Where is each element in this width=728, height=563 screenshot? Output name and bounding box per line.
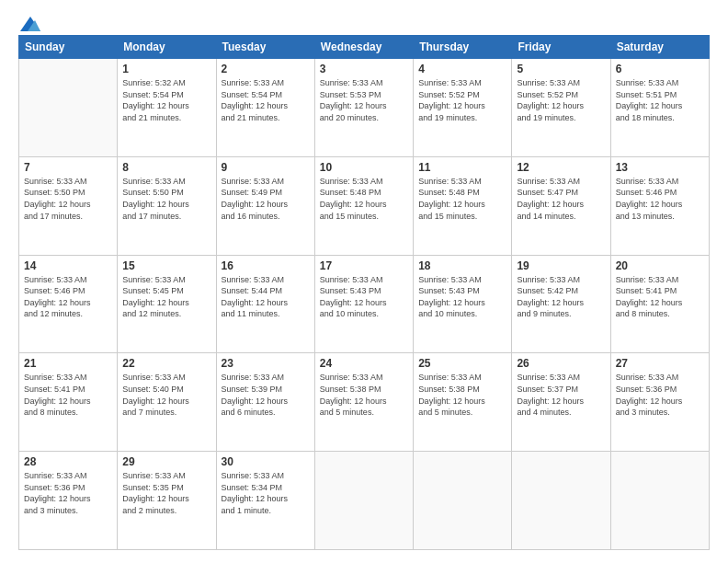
col-sunday: Sunday xyxy=(19,36,118,59)
header xyxy=(18,17,710,31)
day-number: 13 xyxy=(616,161,704,174)
day-number: 28 xyxy=(24,455,112,468)
week-row: 28Sunrise: 5:33 AM Sunset: 5:36 PM Dayli… xyxy=(19,452,710,550)
day-info: Sunrise: 5:33 AM Sunset: 5:45 PM Dayligh… xyxy=(122,274,210,320)
day-number: 6 xyxy=(616,63,704,75)
day-number: 18 xyxy=(418,259,506,272)
day-info: Sunrise: 5:33 AM Sunset: 5:43 PM Dayligh… xyxy=(320,274,408,320)
day-info: Sunrise: 5:33 AM Sunset: 5:46 PM Dayligh… xyxy=(616,176,704,222)
table-row: 12Sunrise: 5:33 AM Sunset: 5:47 PM Dayli… xyxy=(512,156,610,255)
day-number: 25 xyxy=(418,357,506,370)
day-info: Sunrise: 5:33 AM Sunset: 5:43 PM Dayligh… xyxy=(418,274,506,320)
day-number: 5 xyxy=(517,63,605,75)
table-row: 27Sunrise: 5:33 AM Sunset: 5:36 PM Dayli… xyxy=(610,353,709,452)
day-info: Sunrise: 5:33 AM Sunset: 5:34 PM Dayligh… xyxy=(222,470,310,516)
day-number: 14 xyxy=(24,259,112,272)
day-info: Sunrise: 5:33 AM Sunset: 5:36 PM Dayligh… xyxy=(616,372,704,418)
table-row: 30Sunrise: 5:33 AM Sunset: 5:34 PM Dayli… xyxy=(216,452,314,550)
table-row: 6Sunrise: 5:33 AM Sunset: 5:51 PM Daylig… xyxy=(610,59,709,157)
table-row: 10Sunrise: 5:33 AM Sunset: 5:48 PM Dayli… xyxy=(314,156,413,255)
day-number: 3 xyxy=(320,63,408,75)
day-info: Sunrise: 5:33 AM Sunset: 5:50 PM Dayligh… xyxy=(122,176,210,222)
table-row: 7Sunrise: 5:33 AM Sunset: 5:50 PM Daylig… xyxy=(19,156,118,255)
day-number: 15 xyxy=(122,259,210,272)
day-info: Sunrise: 5:33 AM Sunset: 5:54 PM Dayligh… xyxy=(222,77,310,123)
col-thursday: Thursday xyxy=(414,36,512,59)
col-saturday: Saturday xyxy=(610,36,709,59)
calendar-header: Sunday Monday Tuesday Wednesday Thursday… xyxy=(19,36,710,59)
day-info: Sunrise: 5:33 AM Sunset: 5:35 PM Dayligh… xyxy=(122,470,210,516)
logo xyxy=(18,17,40,31)
day-info: Sunrise: 5:33 AM Sunset: 5:39 PM Dayligh… xyxy=(222,372,310,418)
day-number: 16 xyxy=(222,259,310,272)
day-number: 30 xyxy=(222,455,310,468)
table-row: 1Sunrise: 5:32 AM Sunset: 5:54 PM Daylig… xyxy=(118,59,216,157)
table-row xyxy=(512,452,610,550)
table-row: 28Sunrise: 5:33 AM Sunset: 5:36 PM Dayli… xyxy=(19,452,118,550)
day-number: 4 xyxy=(418,63,506,75)
day-info: Sunrise: 5:33 AM Sunset: 5:52 PM Dayligh… xyxy=(418,77,506,123)
table-row: 23Sunrise: 5:33 AM Sunset: 5:39 PM Dayli… xyxy=(216,353,314,452)
day-number: 2 xyxy=(222,63,310,75)
col-wednesday: Wednesday xyxy=(314,36,413,59)
day-info: Sunrise: 5:33 AM Sunset: 5:38 PM Dayligh… xyxy=(418,372,506,418)
col-friday: Friday xyxy=(512,36,610,59)
calendar-table: Sunday Monday Tuesday Wednesday Thursday… xyxy=(18,35,710,550)
day-number: 19 xyxy=(517,259,605,272)
day-info: Sunrise: 5:33 AM Sunset: 5:53 PM Dayligh… xyxy=(320,77,408,123)
day-info: Sunrise: 5:33 AM Sunset: 5:52 PM Dayligh… xyxy=(517,77,605,123)
table-row: 2Sunrise: 5:33 AM Sunset: 5:54 PM Daylig… xyxy=(216,59,314,157)
table-row xyxy=(610,452,709,550)
day-number: 10 xyxy=(320,161,408,174)
table-row: 4Sunrise: 5:33 AM Sunset: 5:52 PM Daylig… xyxy=(414,59,512,157)
day-number: 27 xyxy=(616,357,704,370)
table-row: 8Sunrise: 5:33 AM Sunset: 5:50 PM Daylig… xyxy=(118,156,216,255)
table-row: 26Sunrise: 5:33 AM Sunset: 5:37 PM Dayli… xyxy=(512,353,610,452)
col-monday: Monday xyxy=(118,36,216,59)
table-row: 17Sunrise: 5:33 AM Sunset: 5:43 PM Dayli… xyxy=(314,255,413,353)
table-row: 20Sunrise: 5:33 AM Sunset: 5:41 PM Dayli… xyxy=(610,255,709,353)
day-number: 7 xyxy=(24,161,112,174)
day-number: 9 xyxy=(222,161,310,174)
day-number: 21 xyxy=(24,357,112,370)
table-row xyxy=(414,452,512,550)
table-row: 29Sunrise: 5:33 AM Sunset: 5:35 PM Dayli… xyxy=(118,452,216,550)
table-row: 22Sunrise: 5:33 AM Sunset: 5:40 PM Dayli… xyxy=(118,353,216,452)
day-number: 29 xyxy=(122,455,210,468)
day-info: Sunrise: 5:32 AM Sunset: 5:54 PM Dayligh… xyxy=(122,77,210,123)
calendar-body: 1Sunrise: 5:32 AM Sunset: 5:54 PM Daylig… xyxy=(19,59,710,550)
day-info: Sunrise: 5:33 AM Sunset: 5:46 PM Dayligh… xyxy=(24,274,112,320)
day-info: Sunrise: 5:33 AM Sunset: 5:41 PM Dayligh… xyxy=(24,372,112,418)
logo-icon xyxy=(20,17,40,31)
table-row: 9Sunrise: 5:33 AM Sunset: 5:49 PM Daylig… xyxy=(216,156,314,255)
week-row: 7Sunrise: 5:33 AM Sunset: 5:50 PM Daylig… xyxy=(19,156,710,255)
day-info: Sunrise: 5:33 AM Sunset: 5:47 PM Dayligh… xyxy=(517,176,605,222)
table-row: 13Sunrise: 5:33 AM Sunset: 5:46 PM Dayli… xyxy=(610,156,709,255)
table-row: 5Sunrise: 5:33 AM Sunset: 5:52 PM Daylig… xyxy=(512,59,610,157)
week-row: 1Sunrise: 5:32 AM Sunset: 5:54 PM Daylig… xyxy=(19,59,710,157)
table-row xyxy=(314,452,413,550)
day-number: 24 xyxy=(320,357,408,370)
day-info: Sunrise: 5:33 AM Sunset: 5:41 PM Dayligh… xyxy=(616,274,704,320)
page: Sunday Monday Tuesday Wednesday Thursday… xyxy=(0,0,728,563)
day-info: Sunrise: 5:33 AM Sunset: 5:40 PM Dayligh… xyxy=(122,372,210,418)
header-row: Sunday Monday Tuesday Wednesday Thursday… xyxy=(19,36,710,59)
day-number: 20 xyxy=(616,259,704,272)
table-row xyxy=(19,59,118,157)
table-row: 18Sunrise: 5:33 AM Sunset: 5:43 PM Dayli… xyxy=(414,255,512,353)
table-row: 11Sunrise: 5:33 AM Sunset: 5:48 PM Dayli… xyxy=(414,156,512,255)
table-row: 19Sunrise: 5:33 AM Sunset: 5:42 PM Dayli… xyxy=(512,255,610,353)
day-info: Sunrise: 5:33 AM Sunset: 5:51 PM Dayligh… xyxy=(616,77,704,123)
day-info: Sunrise: 5:33 AM Sunset: 5:44 PM Dayligh… xyxy=(222,274,310,320)
day-info: Sunrise: 5:33 AM Sunset: 5:42 PM Dayligh… xyxy=(517,274,605,320)
table-row: 15Sunrise: 5:33 AM Sunset: 5:45 PM Dayli… xyxy=(118,255,216,353)
day-number: 12 xyxy=(517,161,605,174)
week-row: 21Sunrise: 5:33 AM Sunset: 5:41 PM Dayli… xyxy=(19,353,710,452)
day-info: Sunrise: 5:33 AM Sunset: 5:38 PM Dayligh… xyxy=(320,372,408,418)
day-number: 8 xyxy=(122,161,210,174)
day-number: 11 xyxy=(418,161,506,174)
day-number: 22 xyxy=(122,357,210,370)
day-info: Sunrise: 5:33 AM Sunset: 5:36 PM Dayligh… xyxy=(24,470,112,516)
table-row: 24Sunrise: 5:33 AM Sunset: 5:38 PM Dayli… xyxy=(314,353,413,452)
day-number: 26 xyxy=(517,357,605,370)
